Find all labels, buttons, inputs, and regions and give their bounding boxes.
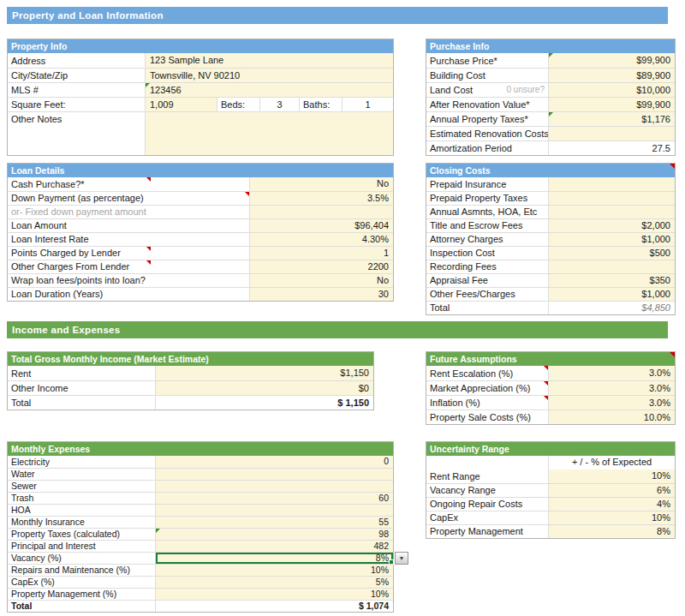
- row-value-cell[interactable]: $10,000: [548, 83, 675, 97]
- row-value-cell[interactable]: 27.5: [548, 141, 675, 155]
- other-notes-cell[interactable]: [145, 112, 393, 155]
- row-label: Trash: [8, 493, 155, 504]
- row-value-cell[interactable]: $99,900: [548, 98, 675, 111]
- mls-cell[interactable]: 123456: [145, 83, 393, 97]
- row-value-cell[interactable]: 10%: [548, 469, 675, 483]
- address-cell[interactable]: 123 Sample Lane: [145, 53, 393, 68]
- row-label-text: After Renovation Value*: [430, 98, 530, 111]
- row-label: Title and Escrow Fees: [426, 219, 548, 232]
- row-value-cell[interactable]: $500: [548, 247, 675, 260]
- row-label-text: Purchase Price*: [430, 54, 497, 68]
- row-value-cell[interactable]: No: [249, 274, 393, 287]
- row-value-cell[interactable]: 10%: [155, 589, 393, 600]
- purchase-info-row: After Renovation Value* $99,900: [426, 97, 675, 111]
- row-value-cell[interactable]: $1,000: [548, 233, 675, 246]
- purchase-info-header: Purchase Info: [426, 39, 675, 53]
- row-value-cell[interactable]: [155, 505, 393, 516]
- row-value-cell[interactable]: [249, 206, 393, 218]
- row-label: Wrap loan fees/points into loan?: [8, 274, 249, 287]
- row-value-cell[interactable]: 98: [155, 529, 393, 540]
- row-label-text: Estimated Renovation Costs: [430, 127, 548, 141]
- edited-cell-indicator-icon: [146, 83, 150, 87]
- beds-cell[interactable]: 3: [259, 98, 299, 111]
- row-value-cell[interactable]: 3.0%: [548, 396, 675, 410]
- uncertainty-row: CapEx 10%: [426, 511, 675, 524]
- row-value-cell[interactable]: 5%: [155, 577, 393, 588]
- purchase-info-section: Purchase Info Purchase Price* $99,900 Bu…: [426, 39, 676, 156]
- row-value-cell[interactable]: 3.0%: [548, 366, 675, 380]
- uncertainty-subheader-row: + / - % of Expected: [426, 456, 675, 469]
- monthly-expenses-rows: Electricity 0 Water Sewer Trash: [8, 456, 393, 612]
- income-section: Total Gross Monthly Income (Market Estim…: [7, 351, 374, 410]
- row-value-cell[interactable]: $1,150: [155, 366, 373, 380]
- row-label: Cash Purchase?*: [8, 177, 249, 191]
- row-label: Property Taxes (calculated): [8, 529, 155, 540]
- row-label-text: Other Charges From Lender: [11, 260, 129, 273]
- row-value-cell[interactable]: 6%: [548, 484, 675, 497]
- row-label-text: CapEx: [430, 511, 458, 524]
- row-value-cell[interactable]: 8%: [548, 525, 675, 538]
- row-value-cell[interactable]: $350: [548, 274, 675, 287]
- row-label-text: Vacancy (%): [11, 553, 62, 564]
- row-value-cell[interactable]: $ 1,150: [155, 396, 373, 410]
- row-value-cell[interactable]: $96,404: [249, 219, 393, 232]
- row-label-text: Loan Interest Rate: [11, 233, 89, 246]
- row-label-text: Rent Range: [430, 470, 480, 483]
- row-value-cell[interactable]: [548, 260, 675, 273]
- row-value-cell[interactable]: 10%: [548, 511, 675, 524]
- row-value-cell[interactable]: 3.0%: [548, 381, 675, 395]
- row-value-cell[interactable]: 3.5%: [249, 192, 393, 205]
- row-value-cell[interactable]: 8%: [155, 553, 393, 564]
- closing-costs-row: Attorney Charges $1,000: [426, 232, 675, 246]
- row-value-cell[interactable]: $1,176: [548, 112, 675, 126]
- row-label: Vacancy Range: [426, 484, 548, 497]
- city-state-zip-cell[interactable]: Townsville, NV 90210: [145, 69, 393, 82]
- row-value-cell[interactable]: [548, 127, 675, 141]
- row-value-cell[interactable]: 60: [155, 493, 393, 504]
- row-value-cell[interactable]: [548, 206, 675, 218]
- loan-details-row: Other Charges From Lender 2200: [8, 260, 393, 273]
- row-value-cell[interactable]: $4,850: [548, 302, 675, 314]
- row-value-cell[interactable]: 4%: [548, 498, 675, 511]
- row-value-cell[interactable]: 55: [155, 517, 393, 528]
- comment-indicator-icon: [146, 260, 151, 265]
- row-value-cell[interactable]: $99,900: [548, 53, 675, 68]
- row-value-cell[interactable]: 1: [249, 247, 393, 260]
- row-value-cell[interactable]: 4.30%: [249, 233, 393, 246]
- row-value-cell[interactable]: 0: [155, 456, 393, 468]
- row-value-cell[interactable]: 10.0%: [548, 410, 675, 424]
- uncertainty-range-header: Uncertainty Range: [426, 442, 675, 456]
- validation-dropdown-button[interactable]: ▼: [395, 552, 408, 565]
- row-value-cell[interactable]: $89,900: [548, 69, 675, 82]
- row-label-text: Loan Amount: [11, 219, 67, 232]
- loan-details-rows: Cash Purchase?* No Down Payment (as perc…: [8, 177, 393, 301]
- purchase-info-row: Purchase Price* $99,900: [426, 53, 675, 68]
- row-value-cell[interactable]: 2200: [249, 260, 393, 273]
- beds-label: Beds:: [217, 98, 259, 111]
- row-label: Rent: [8, 366, 155, 380]
- city-state-zip-label: City/State/Zip: [8, 69, 145, 82]
- baths-cell[interactable]: 1: [342, 98, 393, 111]
- row-value-cell[interactable]: [548, 177, 675, 191]
- row-value-cell[interactable]: 482: [155, 541, 393, 552]
- baths-label: Baths:: [299, 98, 342, 111]
- row-label: Building Cost: [426, 69, 548, 82]
- row-label: Ongoing Repair Costs: [426, 498, 548, 511]
- row-value-cell[interactable]: $1,000: [548, 288, 675, 301]
- row-value-cell[interactable]: $0: [155, 381, 373, 395]
- row-value-cell[interactable]: [155, 481, 393, 492]
- row-label: Prepaid Property Taxes: [426, 192, 548, 205]
- row-value-cell[interactable]: 10%: [155, 565, 393, 576]
- row-value-cell[interactable]: [548, 192, 675, 205]
- row-value-cell[interactable]: No: [249, 177, 393, 191]
- square-feet-cell[interactable]: 1,009: [145, 98, 217, 111]
- row-value-cell[interactable]: $ 1,074: [155, 601, 393, 612]
- loan-details-row: Wrap loan fees/points into loan? No: [8, 273, 393, 287]
- row-label: Other Income: [8, 381, 155, 395]
- row-value-cell[interactable]: [155, 469, 393, 480]
- row-value-cell[interactable]: $2,000: [548, 219, 675, 232]
- row-value-cell[interactable]: 30: [249, 288, 393, 301]
- row-label: Market Appreciation (%): [426, 381, 548, 395]
- row-label-text: Appraisal Fee: [430, 274, 488, 287]
- other-notes-label: Other Notes: [8, 112, 145, 155]
